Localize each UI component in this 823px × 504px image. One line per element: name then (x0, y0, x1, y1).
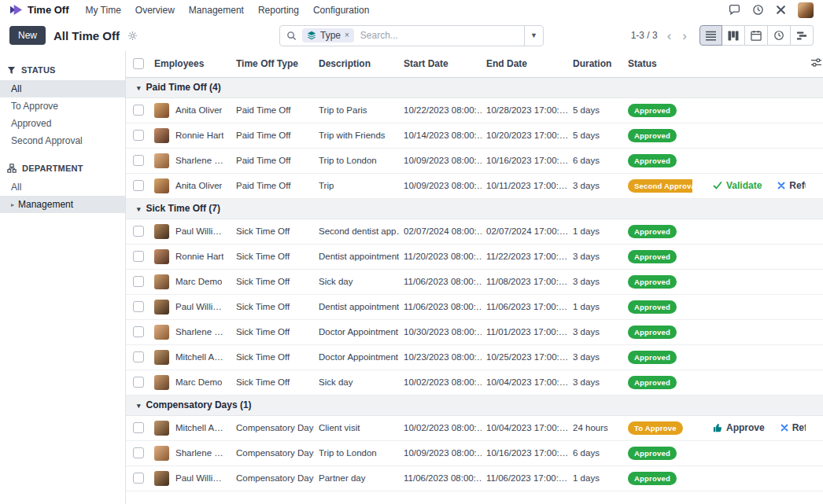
nav-item-management[interactable]: Management (182, 2, 251, 18)
activities-icon[interactable] (752, 4, 764, 16)
row-checkbox[interactable] (133, 180, 144, 191)
employee-name: Ronnie Hart (175, 131, 223, 140)
list-view: Employees Time Off Type Description Star… (126, 51, 823, 504)
view-switch-activity[interactable] (768, 25, 791, 46)
row-checkbox[interactable] (133, 105, 144, 116)
nav-item-my-time[interactable]: My Time (79, 2, 128, 18)
main-area: STATUSAllTo ApproveApprovedSecond Approv… (0, 51, 823, 504)
sidebar-section-header: STATUS (0, 65, 125, 80)
timeoff-type: Compensatory Days (236, 448, 314, 458)
duration: 3 days (573, 377, 600, 387)
duration: 1 days (573, 473, 600, 483)
search-input[interactable] (360, 30, 524, 41)
col-status[interactable]: Status (623, 51, 692, 77)
row-checkbox[interactable] (133, 155, 144, 166)
end-date: 11/06/2023 17:00:… (486, 473, 567, 483)
row-checkbox[interactable] (133, 422, 144, 433)
status-badge: Approved (628, 104, 677, 117)
row-checkbox[interactable] (133, 377, 144, 388)
refuse-button[interactable]: Refuse (781, 422, 806, 433)
timeoff-row[interactable]: Paul WilliamsCompensatory DaysPartner da… (126, 465, 823, 491)
sidebar-item-status-second-approval[interactable]: Second Approval (0, 132, 125, 149)
close-icon[interactable] (776, 5, 786, 15)
col-employees[interactable]: Employees (149, 51, 231, 77)
employee-avatar (154, 128, 169, 143)
timeoff-row[interactable]: Anita OliverPaid Time OffTrip10/09/2023 … (126, 173, 823, 198)
timeoff-row[interactable]: Mitchell AdminCompensatory DaysClient vi… (126, 415, 823, 440)
timeoff-row[interactable]: Paul WilliamsSick Time OffSecond dentist… (126, 219, 823, 244)
page-title: All Time Off (54, 29, 120, 42)
row-checkbox[interactable] (133, 301, 144, 312)
row-checkbox[interactable] (133, 351, 144, 362)
timeoff-row[interactable]: Mitchell AdminSick Time OffDoctor Appoin… (126, 344, 823, 370)
adjust-columns-icon[interactable] (810, 57, 822, 68)
sidebar-item-label: Management (18, 199, 73, 210)
new-button[interactable]: New (9, 26, 46, 45)
facet-label: Type (320, 30, 341, 41)
app-logo-icon[interactable] (9, 4, 23, 16)
col-start-date[interactable]: Start Date (399, 51, 482, 77)
sidebar-section-header: DEPARTMENT (0, 164, 125, 178)
row-checkbox[interactable] (133, 251, 144, 262)
chevron-right-icon: ▸ (11, 201, 14, 208)
timeoff-row[interactable]: Ronnie HartSick Time OffDentist appointm… (126, 244, 823, 269)
action-gear-icon[interactable] (127, 31, 138, 41)
col-duration[interactable]: Duration (568, 51, 623, 77)
refuse-button[interactable]: Refuse (777, 180, 806, 191)
sidebar-item-label: All (11, 182, 21, 193)
row-checkbox[interactable] (133, 226, 144, 237)
sidebar-item-department-all[interactable]: All (0, 178, 125, 196)
timeoff-type: Sick Time Off (236, 302, 290, 311)
timeoff-row[interactable]: Sharlene RhodesCompensatory DaysTrip to … (126, 440, 823, 465)
col-description[interactable]: Description (314, 51, 399, 77)
approve-button[interactable]: Approve (713, 422, 765, 433)
validate-button[interactable]: Validate (713, 180, 762, 191)
timeoff-row[interactable]: Marc DemoSick Time OffSick day10/02/2023… (126, 370, 823, 395)
nav-item-reporting[interactable]: Reporting (251, 2, 306, 18)
nav-item-configuration[interactable]: Configuration (306, 2, 376, 18)
employee-name: Marc Demo (175, 277, 222, 286)
sidebar-item-status-all[interactable]: All (0, 80, 125, 97)
sidebar-item-status-approved[interactable]: Approved (0, 115, 125, 132)
messages-icon[interactable] (729, 4, 740, 16)
search-facet-type[interactable]: Type × (302, 28, 354, 42)
col-end-date[interactable]: End Date (482, 51, 568, 77)
employee-name: Paul Williams (175, 302, 227, 311)
user-avatar[interactable] (798, 2, 814, 18)
row-checkbox[interactable] (133, 326, 144, 337)
col-timeoff-type[interactable]: Time Off Type (231, 51, 314, 77)
pager-next-icon[interactable]: › (681, 29, 688, 42)
timeoff-row[interactable]: Anita OliverPaid Time OffTrip to Paris10… (126, 97, 823, 123)
nav-item-overview[interactable]: Overview (128, 2, 182, 18)
description: Trip with Friends (319, 131, 386, 140)
row-checkbox[interactable] (133, 130, 144, 141)
search-dropdown-toggle[interactable]: ▼ (524, 26, 543, 46)
sidebar-item-department-management[interactable]: ▸Management (0, 196, 125, 213)
view-switch-gantt[interactable] (791, 25, 814, 46)
pager-previous-icon[interactable]: ‹ (666, 29, 674, 42)
employee-avatar (154, 103, 169, 118)
start-date: 10/09/2023 08:00:… (404, 448, 482, 458)
group-header-row[interactable]: ▾Compensatory Days (1) (126, 395, 823, 415)
end-date: 10/16/2023 17:00:… (486, 156, 568, 165)
view-switch-list[interactable] (699, 25, 722, 46)
row-checkbox[interactable] (133, 473, 144, 484)
row-checkbox[interactable] (133, 447, 144, 458)
app-title[interactable]: Time Off (28, 4, 69, 16)
layers-icon (307, 31, 316, 40)
row-checkbox[interactable] (133, 276, 144, 287)
employee-avatar (154, 224, 169, 239)
facet-remove-icon[interactable]: × (345, 31, 349, 39)
view-switch-calendar[interactable] (745, 25, 768, 46)
group-header-row[interactable]: ▾Sick Time Off (7) (126, 198, 823, 219)
select-all-checkbox[interactable] (133, 58, 144, 69)
sidebar-item-status-to-approve[interactable]: To Approve (0, 97, 125, 115)
timeoff-row[interactable]: Ronnie HartPaid Time OffTrip with Friend… (126, 123, 823, 148)
timeoff-row[interactable]: Marc DemoSick Time OffSick day11/06/2023… (126, 269, 823, 294)
timeoff-row[interactable]: Sharlene RhodesPaid Time OffTrip to Lond… (126, 148, 823, 173)
timeoff-row[interactable]: Paul WilliamsSick Time OffDentist appoin… (126, 294, 823, 319)
view-switch-kanban[interactable] (722, 25, 745, 46)
search-bar[interactable]: Type × ▼ (279, 25, 544, 46)
timeoff-row[interactable]: Sharlene RhodesSick Time OffDoctor Appoi… (126, 319, 823, 344)
group-header-row[interactable]: ▾Paid Time Off (4) (126, 77, 823, 97)
